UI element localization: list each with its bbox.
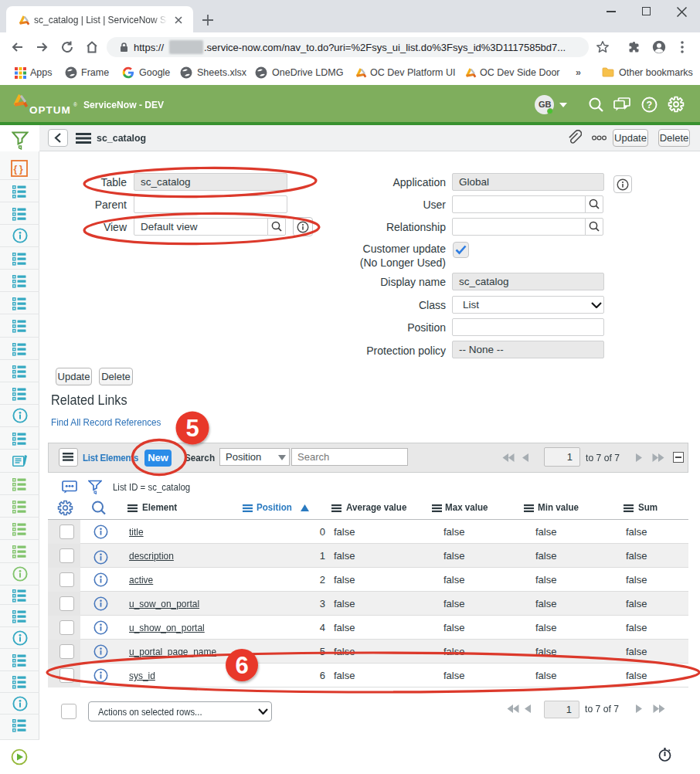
svg-text:}: }	[19, 164, 23, 175]
svg-text:OPTUM: OPTUM	[29, 104, 71, 116]
svg-text:5: 5	[185, 415, 199, 442]
svg-text:®: ®	[73, 102, 77, 107]
svg-text:{: {	[14, 164, 18, 175]
svg-text:?: ?	[647, 100, 653, 110]
